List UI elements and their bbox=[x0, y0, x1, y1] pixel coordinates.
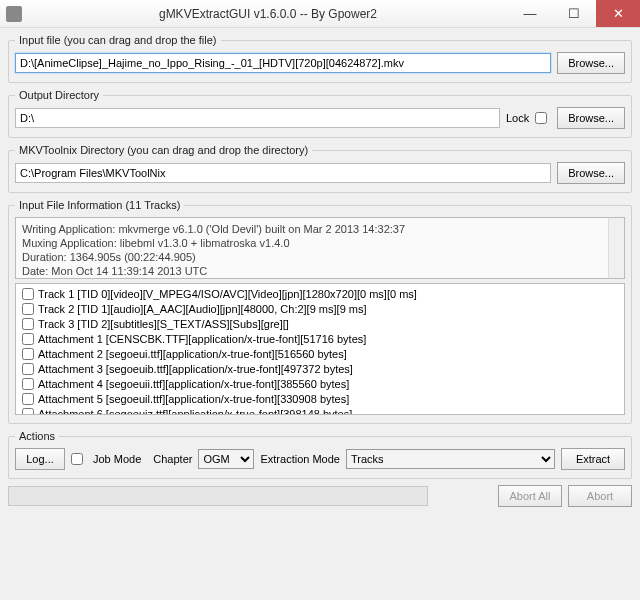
toolnix-dir-field[interactable] bbox=[15, 163, 551, 183]
window-title: gMKVExtractGUI v1.6.0.0 -- By Gpower2 bbox=[28, 7, 508, 21]
track-checkbox[interactable] bbox=[22, 408, 34, 416]
input-file-group: Input file (you can drag and drop the fi… bbox=[8, 34, 632, 83]
track-checkbox[interactable] bbox=[22, 288, 34, 300]
chapter-select[interactable]: OGM bbox=[198, 449, 254, 469]
info-line: Writing Application: mkvmerge v6.1.0 ('O… bbox=[22, 222, 618, 236]
track-label: Attachment 3 [segoeuib.ttf][application/… bbox=[38, 363, 353, 375]
input-file-field[interactable] bbox=[15, 53, 551, 73]
app-icon bbox=[6, 6, 22, 22]
track-label: Track 3 [TID 2][subtitles][S_TEXT/ASS][S… bbox=[38, 318, 289, 330]
browse-input-button[interactable]: Browse... bbox=[557, 52, 625, 74]
track-row[interactable]: Attachment 3 [segoeuib.ttf][application/… bbox=[16, 361, 624, 376]
maximize-button[interactable]: ☐ bbox=[552, 0, 596, 27]
track-label: Attachment 4 [segoeuii.ttf][application/… bbox=[38, 378, 349, 390]
track-row[interactable]: Attachment 6 [segoeuiz.ttf][application/… bbox=[16, 406, 624, 415]
actions-group: Actions Log... Job Mode Chapter OGM Extr… bbox=[8, 430, 632, 479]
info-line: Duration: 1364.905s (00:22:44.905) bbox=[22, 250, 618, 264]
file-info-text: Writing Application: mkvmerge v6.1.0 ('O… bbox=[15, 217, 625, 279]
track-label: Attachment 2 [segoeui.ttf][application/x… bbox=[38, 348, 347, 360]
abort-button[interactable]: Abort bbox=[568, 485, 632, 507]
toolnix-dir-legend: MKVToolnix Directory (you can drag and d… bbox=[15, 144, 312, 156]
track-row[interactable]: Attachment 1 [CENSCBK.TTF][application/x… bbox=[16, 331, 624, 346]
track-label: Track 1 [TID 0][video][V_MPEG4/ISO/AVC][… bbox=[38, 288, 417, 300]
track-checkbox[interactable] bbox=[22, 363, 34, 375]
output-dir-legend: Output Directory bbox=[15, 89, 103, 101]
track-checkbox[interactable] bbox=[22, 348, 34, 360]
track-row[interactable]: Attachment 4 [segoeuii.ttf][application/… bbox=[16, 376, 624, 391]
track-label: Track 2 [TID 1][audio][A_AAC][Audio][jpn… bbox=[38, 303, 367, 315]
actions-legend: Actions bbox=[15, 430, 59, 442]
toolnix-dir-group: MKVToolnix Directory (you can drag and d… bbox=[8, 144, 632, 193]
track-checkbox[interactable] bbox=[22, 393, 34, 405]
lock-checkbox[interactable] bbox=[535, 112, 547, 124]
track-checkbox[interactable] bbox=[22, 333, 34, 345]
track-checkbox[interactable] bbox=[22, 318, 34, 330]
extract-button[interactable]: Extract bbox=[561, 448, 625, 470]
titlebar: gMKVExtractGUI v1.6.0.0 -- By Gpower2 — … bbox=[0, 0, 640, 28]
track-label: Attachment 6 [segoeuiz.ttf][application/… bbox=[38, 408, 352, 416]
track-checkbox[interactable] bbox=[22, 378, 34, 390]
track-row[interactable]: Attachment 5 [segoeuil.ttf][application/… bbox=[16, 391, 624, 406]
info-line: Date: Mon Oct 14 11:39:14 2013 UTC bbox=[22, 264, 618, 278]
track-checkbox[interactable] bbox=[22, 303, 34, 315]
abort-all-button[interactable]: Abort All bbox=[498, 485, 562, 507]
track-label: Attachment 5 [segoeuil.ttf][application/… bbox=[38, 393, 349, 405]
browse-toolnix-button[interactable]: Browse... bbox=[557, 162, 625, 184]
track-list[interactable]: Track 1 [TID 0][video][V_MPEG4/ISO/AVC][… bbox=[15, 283, 625, 415]
lock-label: Lock bbox=[506, 112, 529, 124]
jobmode-label: Job Mode bbox=[93, 453, 141, 465]
track-row[interactable]: Track 2 [TID 1][audio][A_AAC][Audio][jpn… bbox=[16, 301, 624, 316]
extraction-select[interactable]: Tracks bbox=[346, 449, 555, 469]
output-dir-group: Output Directory Lock Browse... bbox=[8, 89, 632, 138]
log-button[interactable]: Log... bbox=[15, 448, 65, 470]
track-row[interactable]: Attachment 2 [segoeui.ttf][application/x… bbox=[16, 346, 624, 361]
chapter-label: Chapter bbox=[153, 453, 192, 465]
minimize-button[interactable]: — bbox=[508, 0, 552, 27]
scrollbar[interactable] bbox=[608, 218, 624, 278]
file-info-group: Input File Information (11 Tracks) Writi… bbox=[8, 199, 632, 424]
input-file-legend: Input file (you can drag and drop the fi… bbox=[15, 34, 221, 46]
extraction-label: Extraction Mode bbox=[260, 453, 339, 465]
track-row[interactable]: Track 3 [TID 2][subtitles][S_TEXT/ASS][S… bbox=[16, 316, 624, 331]
browse-output-button[interactable]: Browse... bbox=[557, 107, 625, 129]
jobmode-checkbox[interactable] bbox=[71, 453, 83, 465]
track-label: Attachment 1 [CENSCBK.TTF][application/x… bbox=[38, 333, 366, 345]
file-info-legend: Input File Information (11 Tracks) bbox=[15, 199, 184, 211]
info-line: Muxing Application: libebml v1.3.0 + lib… bbox=[22, 236, 618, 250]
track-row[interactable]: Track 1 [TID 0][video][V_MPEG4/ISO/AVC][… bbox=[16, 286, 624, 301]
progress-bar bbox=[8, 486, 428, 506]
close-button[interactable]: ✕ bbox=[596, 0, 640, 27]
output-dir-field[interactable] bbox=[15, 108, 500, 128]
